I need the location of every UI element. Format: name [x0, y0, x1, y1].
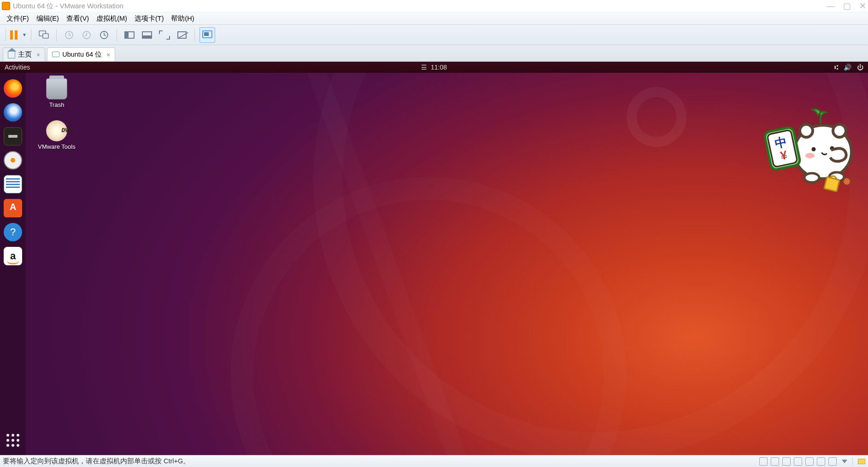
display-tray-icon[interactable] — [828, 457, 837, 466]
vmware-status-bar: 要将输入定向到该虚拟机，请在虚拟机内部单击或按 Ctrl+G。 — [0, 455, 868, 467]
menu-icon: ☰ — [421, 64, 427, 71]
mascot-sticker: 中 ¥ — [758, 108, 860, 195]
dock-files[interactable] — [4, 127, 22, 146]
vmware-app-icon — [2, 2, 10, 10]
stretch-icon — [160, 31, 169, 39]
menu-view[interactable]: 查看(V) — [63, 12, 93, 25]
guest-desktop[interactable]: Activities ☰ 11:08 ⑆ 🔊 ⏻ ? a Trash — [0, 62, 868, 455]
desktop-vmware-tools-icon[interactable]: VMware Tools — [37, 120, 76, 150]
dvd-icon — [46, 120, 67, 141]
hard-disk-tray-icon[interactable] — [759, 457, 768, 466]
tab-vm-ubuntu[interactable]: Ubuntu 64 位 × — [47, 47, 115, 61]
wallpaper-decoration — [0, 62, 868, 455]
clock-time: 11:08 — [431, 64, 447, 71]
pause-icon — [10, 30, 18, 40]
home-icon — [8, 51, 15, 58]
dock-thunderbird[interactable] — [4, 103, 22, 122]
snapshot-button[interactable] — [61, 27, 77, 43]
window-maximize-button[interactable]: ▢ — [843, 2, 851, 10]
desktop-trash-label: Trash — [37, 101, 76, 108]
send-ctrl-alt-del-button[interactable] — [36, 27, 52, 43]
dock-external-drive[interactable] — [4, 151, 22, 169]
devices-icon — [38, 30, 49, 40]
clock-gear-icon — [99, 30, 109, 40]
show-console-button[interactable] — [122, 27, 137, 43]
show-thumbnail-button[interactable] — [139, 27, 155, 43]
vmware-toolbar: ▼ — [0, 25, 868, 45]
svg-point-10 — [805, 153, 815, 158]
message-log-icon[interactable] — [858, 459, 865, 464]
tab-home[interactable]: 主页 × — [3, 47, 45, 61]
menu-edit[interactable]: 编辑(E) — [33, 12, 63, 25]
gnome-top-bar: Activities ☰ 11:08 ⑆ 🔊 ⏻ — [0, 62, 868, 73]
dock-amazon[interactable]: a — [4, 247, 22, 265]
network-icon[interactable]: ⑆ — [834, 64, 838, 71]
tab-vm-close[interactable]: × — [106, 51, 110, 58]
cd-tray-icon[interactable] — [771, 457, 779, 466]
menu-tabs[interactable]: 选项卡(T) — [131, 12, 168, 25]
desktop-trash-icon[interactable]: Trash — [37, 78, 76, 108]
clock-icon — [64, 30, 74, 40]
vmware-tab-row: 主页 × Ubuntu 64 位 × — [0, 45, 868, 62]
show-applications-button[interactable] — [4, 431, 22, 449]
dock-libreoffice-writer[interactable] — [4, 175, 22, 193]
status-message: 要将输入定向到该虚拟机，请在虚拟机内部单击或按 Ctrl+G。 — [3, 457, 759, 466]
dock-firefox[interactable] — [4, 79, 22, 98]
tray-overflow-icon[interactable] — [842, 460, 847, 463]
menu-file[interactable]: 文件(F) — [3, 12, 33, 25]
menu-vm[interactable]: 虚拟机(M) — [93, 12, 131, 25]
desktop-icons-area: Trash VMware Tools — [37, 78, 76, 162]
svg-rect-6 — [204, 32, 209, 36]
trash-icon — [46, 78, 67, 99]
desktop-vmtools-label: VMware Tools — [37, 143, 76, 150]
printer-tray-icon[interactable] — [794, 457, 802, 466]
svg-point-8 — [800, 124, 813, 137]
tab-home-label: 主页 — [18, 50, 32, 59]
window-close-button[interactable]: ✕ — [859, 2, 866, 10]
chevron-down-icon[interactable]: ▼ — [22, 32, 27, 37]
tray-separator — [852, 457, 853, 466]
clock-back-icon — [82, 30, 92, 40]
snapshot-manager-button[interactable] — [96, 27, 112, 43]
fullscreen-off-icon — [177, 31, 187, 39]
tab-home-close[interactable]: × — [36, 51, 40, 58]
gnome-clock[interactable]: ☰ 11:08 — [421, 64, 447, 71]
svg-point-9 — [833, 124, 846, 137]
network-tray-icon[interactable] — [782, 457, 791, 466]
tab-vm-label: Ubuntu 64 位 — [62, 50, 102, 59]
bottom-panel-icon — [142, 31, 152, 39]
menu-help[interactable]: 帮助(H) — [167, 12, 198, 25]
svg-point-12 — [812, 147, 816, 152]
stretch-button[interactable] — [157, 27, 172, 43]
volume-icon[interactable]: 🔊 — [844, 64, 851, 71]
monitor-icon — [52, 52, 59, 57]
dock-ubuntu-software[interactable] — [4, 199, 22, 217]
window-minimize-button[interactable]: — — [827, 2, 835, 10]
unity-button[interactable] — [199, 27, 215, 43]
svg-point-18 — [804, 173, 819, 182]
fullscreen-button[interactable] — [174, 27, 190, 43]
window-title: Ubuntu 64 位 - VMware Workstation — [13, 2, 123, 11]
window-titlebar: Ubuntu 64 位 - VMware Workstation — ▢ ✕ — [0, 0, 868, 12]
dock-help[interactable]: ? — [4, 223, 22, 241]
svg-rect-1 — [43, 34, 48, 38]
side-panel-icon — [124, 31, 135, 39]
revert-snapshot-button[interactable] — [79, 27, 94, 43]
power-icon[interactable]: ⏻ — [857, 64, 863, 71]
pause-vm-button[interactable]: ▼ — [11, 27, 26, 43]
device-tray — [759, 457, 865, 466]
vmware-menubar: 文件(F) 编辑(E) 查看(V) 虚拟机(M) 选项卡(T) 帮助(H) — [0, 12, 868, 25]
sound-tray-icon[interactable] — [805, 457, 814, 466]
activities-button[interactable]: Activities — [5, 64, 30, 71]
ubuntu-dock: ? a — [0, 73, 26, 455]
usb-tray-icon[interactable] — [817, 457, 825, 466]
unity-icon — [202, 30, 212, 40]
